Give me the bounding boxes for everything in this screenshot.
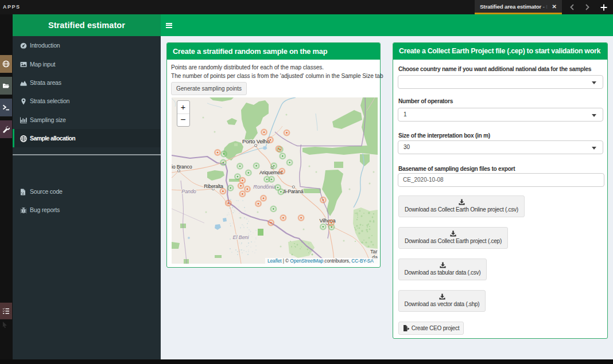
svg-text:El Beni: El Beni — [233, 234, 250, 240]
svg-text:io Branco: io Branco — [172, 164, 192, 170]
svg-text:Ji-Paraná: Ji-Paraná — [283, 189, 304, 194]
svg-text:Porto Velho: Porto Velho — [242, 138, 270, 144]
svg-text:Rondônia: Rondônia — [253, 184, 276, 190]
svg-text:Riberalta: Riberalta — [204, 183, 223, 189]
svg-text:Pando: Pando — [181, 189, 196, 194]
svg-text:Leaflet | © OpenStreetMap cont: Leaflet | © OpenStreetMap contributors, … — [267, 258, 374, 264]
svg-text:Tar: Tar — [370, 249, 378, 255]
